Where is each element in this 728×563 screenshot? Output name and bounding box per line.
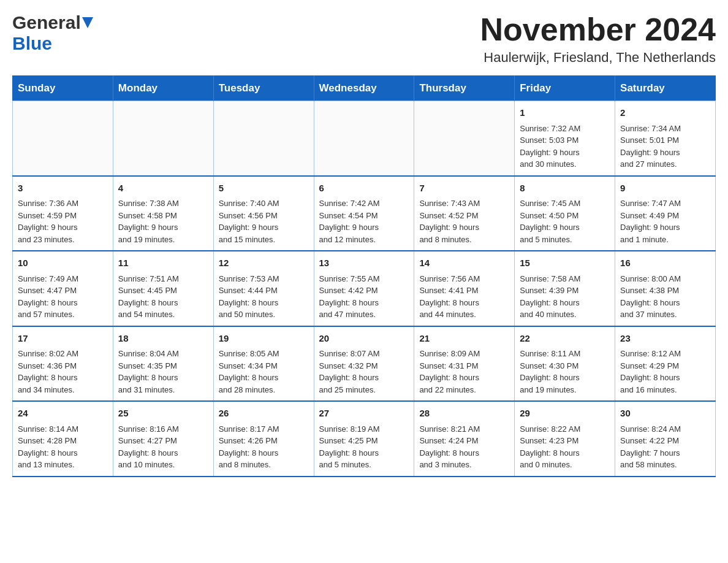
logo-arrow-icon xyxy=(82,17,93,28)
day-info: Sunrise: 7:56 AMSunset: 4:41 PMDaylight:… xyxy=(419,273,509,321)
day-number: 21 xyxy=(419,332,509,346)
calendar-cell: 24Sunrise: 8:14 AMSunset: 4:28 PMDayligh… xyxy=(13,401,113,477)
day-number: 28 xyxy=(419,407,509,421)
day-info: Sunrise: 7:36 AMSunset: 4:59 PMDaylight:… xyxy=(18,197,108,245)
calendar-cell: 30Sunrise: 8:24 AMSunset: 4:22 PMDayligh… xyxy=(615,401,716,477)
day-number: 2 xyxy=(620,106,710,120)
day-number: 29 xyxy=(520,407,610,421)
day-number: 8 xyxy=(520,182,610,196)
day-info: Sunrise: 8:19 AMSunset: 4:25 PMDaylight:… xyxy=(319,423,409,471)
calendar-cell xyxy=(13,101,113,176)
day-info: Sunrise: 7:42 AMSunset: 4:54 PMDaylight:… xyxy=(319,197,409,245)
day-info: Sunrise: 8:16 AMSunset: 4:27 PMDaylight:… xyxy=(118,423,208,471)
day-info: Sunrise: 7:45 AMSunset: 4:50 PMDaylight:… xyxy=(520,197,610,245)
day-number: 22 xyxy=(520,332,610,346)
day-info: Sunrise: 8:17 AMSunset: 4:26 PMDaylight:… xyxy=(219,423,309,471)
calendar-cell xyxy=(414,101,515,176)
location-title: Haulerwijk, Friesland, The Netherlands xyxy=(480,50,716,66)
calendar-cell: 14Sunrise: 7:56 AMSunset: 4:41 PMDayligh… xyxy=(414,251,515,326)
day-info: Sunrise: 7:53 AMSunset: 4:44 PMDaylight:… xyxy=(219,273,309,321)
calendar-cell: 29Sunrise: 8:22 AMSunset: 4:23 PMDayligh… xyxy=(515,401,615,477)
calendar-week-5: 24Sunrise: 8:14 AMSunset: 4:28 PMDayligh… xyxy=(13,401,716,477)
header-cell-sunday: Sunday xyxy=(13,76,113,101)
day-info: Sunrise: 8:04 AMSunset: 4:35 PMDaylight:… xyxy=(118,348,208,396)
day-number: 7 xyxy=(419,182,509,196)
day-info: Sunrise: 8:00 AMSunset: 4:38 PMDaylight:… xyxy=(620,273,710,321)
calendar-cell xyxy=(314,101,414,176)
day-info: Sunrise: 7:58 AMSunset: 4:39 PMDaylight:… xyxy=(520,273,610,321)
calendar-cell: 22Sunrise: 8:11 AMSunset: 4:30 PMDayligh… xyxy=(515,326,615,402)
logo-blue-text: Blue xyxy=(12,33,52,53)
calendar-cell: 21Sunrise: 8:09 AMSunset: 4:31 PMDayligh… xyxy=(414,326,515,402)
day-number: 27 xyxy=(319,407,409,421)
calendar-cell: 2Sunrise: 7:34 AMSunset: 5:01 PMDaylight… xyxy=(615,101,716,176)
day-info: Sunrise: 8:11 AMSunset: 4:30 PMDaylight:… xyxy=(520,348,610,396)
day-info: Sunrise: 8:12 AMSunset: 4:29 PMDaylight:… xyxy=(620,348,710,396)
calendar-cell: 1Sunrise: 7:32 AMSunset: 5:03 PMDaylight… xyxy=(515,101,615,176)
calendar-cell: 23Sunrise: 8:12 AMSunset: 4:29 PMDayligh… xyxy=(615,326,716,402)
day-number: 26 xyxy=(219,407,309,421)
calendar-cell: 4Sunrise: 7:38 AMSunset: 4:58 PMDaylight… xyxy=(113,176,213,251)
calendar-cell: 6Sunrise: 7:42 AMSunset: 4:54 PMDaylight… xyxy=(314,176,414,251)
day-number: 13 xyxy=(319,256,409,270)
header-cell-thursday: Thursday xyxy=(414,76,515,101)
logo-general-text: General xyxy=(12,12,81,33)
day-number: 24 xyxy=(18,407,108,421)
calendar-cell: 26Sunrise: 8:17 AMSunset: 4:26 PMDayligh… xyxy=(213,401,314,477)
calendar-cell: 5Sunrise: 7:40 AMSunset: 4:56 PMDaylight… xyxy=(213,176,314,251)
calendar-cell: 25Sunrise: 8:16 AMSunset: 4:27 PMDayligh… xyxy=(113,401,213,477)
calendar-cell: 9Sunrise: 7:47 AMSunset: 4:49 PMDaylight… xyxy=(615,176,716,251)
day-info: Sunrise: 7:49 AMSunset: 4:47 PMDaylight:… xyxy=(18,273,108,321)
page-header: General Blue November 2024 Haulerwijk, F… xyxy=(12,12,716,66)
calendar-cell: 18Sunrise: 8:04 AMSunset: 4:35 PMDayligh… xyxy=(113,326,213,402)
day-info: Sunrise: 8:21 AMSunset: 4:24 PMDaylight:… xyxy=(419,423,509,471)
day-info: Sunrise: 7:47 AMSunset: 4:49 PMDaylight:… xyxy=(620,197,710,245)
calendar-body: 1Sunrise: 7:32 AMSunset: 5:03 PMDaylight… xyxy=(13,101,716,477)
day-number: 3 xyxy=(18,182,108,196)
day-info: Sunrise: 8:05 AMSunset: 4:34 PMDaylight:… xyxy=(219,348,309,396)
header-cell-monday: Monday xyxy=(113,76,213,101)
calendar-cell: 16Sunrise: 8:00 AMSunset: 4:38 PMDayligh… xyxy=(615,251,716,326)
day-number: 1 xyxy=(520,106,610,120)
header-row: SundayMondayTuesdayWednesdayThursdayFrid… xyxy=(13,76,716,101)
header-cell-tuesday: Tuesday xyxy=(213,76,314,101)
day-number: 18 xyxy=(118,332,208,346)
calendar-cell: 17Sunrise: 8:02 AMSunset: 4:36 PMDayligh… xyxy=(13,326,113,402)
day-info: Sunrise: 8:02 AMSunset: 4:36 PMDaylight:… xyxy=(18,348,108,396)
day-info: Sunrise: 8:09 AMSunset: 4:31 PMDaylight:… xyxy=(419,348,509,396)
calendar-cell xyxy=(113,101,213,176)
svg-marker-0 xyxy=(82,17,93,28)
calendar-cell: 10Sunrise: 7:49 AMSunset: 4:47 PMDayligh… xyxy=(13,251,113,326)
day-info: Sunrise: 7:51 AMSunset: 4:45 PMDaylight:… xyxy=(118,273,208,321)
day-number: 15 xyxy=(520,256,610,270)
day-info: Sunrise: 8:07 AMSunset: 4:32 PMDaylight:… xyxy=(319,348,409,396)
day-number: 20 xyxy=(319,332,409,346)
day-info: Sunrise: 7:43 AMSunset: 4:52 PMDaylight:… xyxy=(419,197,509,245)
day-info: Sunrise: 8:14 AMSunset: 4:28 PMDaylight:… xyxy=(18,423,108,471)
calendar-week-1: 1Sunrise: 7:32 AMSunset: 5:03 PMDaylight… xyxy=(13,101,716,176)
day-number: 10 xyxy=(18,256,108,270)
calendar-cell: 7Sunrise: 7:43 AMSunset: 4:52 PMDaylight… xyxy=(414,176,515,251)
day-number: 30 xyxy=(620,407,710,421)
day-info: Sunrise: 7:40 AMSunset: 4:56 PMDaylight:… xyxy=(219,197,309,245)
day-number: 14 xyxy=(419,256,509,270)
calendar-cell: 19Sunrise: 8:05 AMSunset: 4:34 PMDayligh… xyxy=(213,326,314,402)
day-info: Sunrise: 7:34 AMSunset: 5:01 PMDaylight:… xyxy=(620,123,710,170)
calendar-cell xyxy=(213,101,314,176)
calendar-cell: 28Sunrise: 8:21 AMSunset: 4:24 PMDayligh… xyxy=(414,401,515,477)
calendar-week-2: 3Sunrise: 7:36 AMSunset: 4:59 PMDaylight… xyxy=(13,176,716,251)
day-number: 9 xyxy=(620,182,710,196)
calendar-cell: 8Sunrise: 7:45 AMSunset: 4:50 PMDaylight… xyxy=(515,176,615,251)
day-number: 25 xyxy=(118,407,208,421)
day-info: Sunrise: 8:24 AMSunset: 4:22 PMDaylight:… xyxy=(620,423,710,471)
title-area: November 2024 Haulerwijk, Friesland, The… xyxy=(480,12,716,66)
day-info: Sunrise: 8:22 AMSunset: 4:23 PMDaylight:… xyxy=(520,423,610,471)
day-number: 11 xyxy=(118,256,208,270)
logo: General Blue xyxy=(12,12,94,54)
calendar-week-4: 17Sunrise: 8:02 AMSunset: 4:36 PMDayligh… xyxy=(13,326,716,402)
calendar-cell: 3Sunrise: 7:36 AMSunset: 4:59 PMDaylight… xyxy=(13,176,113,251)
day-number: 12 xyxy=(219,256,309,270)
day-number: 6 xyxy=(319,182,409,196)
calendar-week-3: 10Sunrise: 7:49 AMSunset: 4:47 PMDayligh… xyxy=(13,251,716,326)
day-number: 16 xyxy=(620,256,710,270)
